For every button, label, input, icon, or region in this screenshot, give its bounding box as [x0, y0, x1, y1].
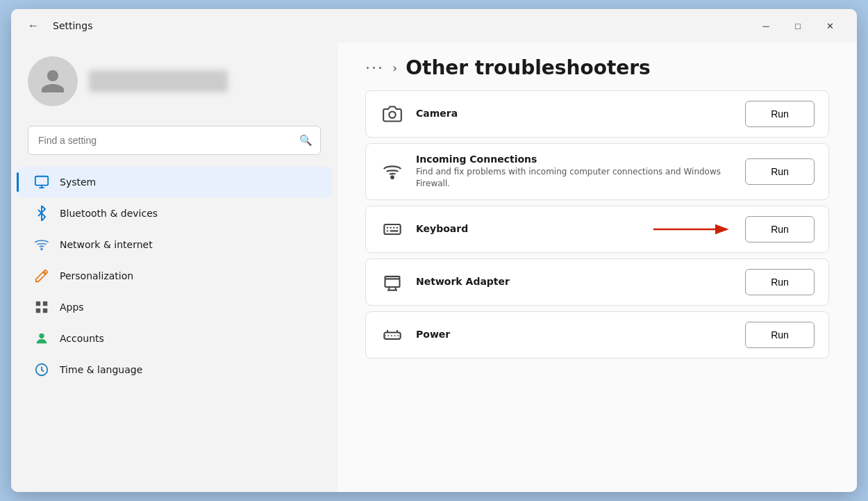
sidebar-label-personalization: Personalization	[60, 270, 133, 281]
incoming-connections-desc: Find and fix problems with incoming comp…	[416, 166, 745, 190]
svg-rect-0	[35, 176, 48, 186]
camera-icon	[380, 101, 405, 126]
power-content: Power	[416, 329, 745, 341]
window-title: Settings	[53, 20, 92, 31]
search-icon: 🔍	[299, 134, 312, 147]
keyboard-icon	[380, 217, 405, 242]
user-info-blurred	[89, 70, 228, 92]
breadcrumb-dots: ···	[365, 59, 384, 76]
sidebar: 🔍 System Bluetooth & devices	[11, 42, 337, 492]
network-adapter-icon	[380, 270, 405, 295]
svg-rect-5	[43, 302, 47, 306]
sidebar-item-time[interactable]: Time & language	[17, 354, 332, 385]
network-icon	[33, 236, 50, 253]
maximize-button[interactable]: □	[782, 15, 814, 37]
arrow-svg	[651, 221, 734, 238]
close-button[interactable]: ✕	[814, 15, 846, 37]
camera-content: Camera	[416, 108, 745, 120]
keyboard-content: Keyboard	[416, 223, 640, 236]
svg-rect-6	[36, 309, 40, 313]
incoming-connections-content: Incoming Connections Find and fix proble…	[416, 154, 745, 190]
network-adapter-title: Network Adapter	[416, 276, 745, 287]
apps-icon	[33, 299, 50, 315]
personalization-icon	[33, 268, 50, 284]
keyboard-item: Keyboard Run	[365, 206, 829, 253]
svg-rect-7	[43, 309, 47, 313]
sidebar-item-system[interactable]: System	[17, 167, 332, 197]
content-area: 🔍 System Bluetooth & devices	[11, 42, 857, 492]
camera-title: Camera	[416, 108, 745, 119]
svg-rect-22	[385, 279, 400, 287]
sidebar-label-bluetooth: Bluetooth & devices	[60, 208, 158, 219]
sidebar-label-accounts: Accounts	[60, 333, 104, 344]
main-content: ··· › Other troubleshooters Camera	[337, 42, 857, 492]
settings-window: ← Settings ─ □ ✕ 🔍	[11, 9, 857, 492]
back-button[interactable]: ←	[22, 15, 44, 37]
troubleshooters-list: Camera Run Incoming	[337, 90, 857, 492]
minimize-button[interactable]: ─	[750, 15, 782, 37]
sidebar-label-system: System	[60, 176, 96, 188]
svg-point-11	[391, 176, 394, 178]
svg-point-8	[39, 334, 44, 338]
search-box: 🔍	[28, 126, 321, 155]
titlebar-left: ← Settings	[22, 15, 92, 37]
incoming-connections-title: Incoming Connections	[416, 154, 745, 165]
user-icon	[39, 67, 67, 95]
user-section	[11, 42, 337, 120]
sidebar-item-personalization[interactable]: Personalization	[17, 261, 332, 291]
network-adapter-run-button[interactable]: Run	[745, 269, 815, 295]
svg-rect-4	[36, 302, 40, 306]
search-input[interactable]	[28, 126, 321, 155]
sidebar-item-network[interactable]: Network & internet	[17, 229, 332, 260]
sidebar-nav: System Bluetooth & devices Network & int…	[11, 166, 337, 386]
arrow-indicator	[651, 221, 734, 238]
power-icon	[380, 322, 405, 347]
incoming-connections-icon	[380, 159, 405, 184]
titlebar-controls: ─ □ ✕	[750, 15, 846, 37]
camera-run-button[interactable]: Run	[745, 101, 815, 127]
incoming-connections-run-button[interactable]: Run	[745, 158, 815, 185]
svg-point-3	[41, 249, 42, 250]
sidebar-item-apps[interactable]: Apps	[17, 292, 332, 322]
incoming-connections-item: Incoming Connections Find and fix proble…	[365, 143, 829, 200]
svg-point-10	[389, 112, 395, 118]
sidebar-label-apps: Apps	[60, 302, 84, 313]
sidebar-item-accounts[interactable]: Accounts	[17, 323, 332, 354]
camera-item: Camera Run	[365, 90, 829, 138]
power-title: Power	[416, 329, 745, 340]
sidebar-label-time: Time & language	[60, 364, 142, 375]
power-item: Power Run	[365, 311, 829, 359]
sidebar-item-bluetooth[interactable]: Bluetooth & devices	[17, 198, 332, 229]
keyboard-run-button[interactable]: Run	[745, 216, 815, 243]
page-title: Other troubleshooters	[406, 56, 651, 79]
bluetooth-icon	[33, 205, 50, 222]
accounts-icon	[33, 330, 50, 347]
svg-rect-12	[384, 224, 400, 234]
network-adapter-item: Network Adapter Run	[365, 258, 829, 306]
breadcrumb-chevron: ›	[392, 60, 397, 75]
titlebar: ← Settings ─ □ ✕	[11, 9, 857, 42]
time-icon	[33, 361, 50, 378]
keyboard-title: Keyboard	[416, 223, 640, 234]
sidebar-label-network: Network & internet	[60, 239, 153, 250]
system-icon	[33, 174, 50, 190]
main-header: ··· › Other troubleshooters	[337, 42, 857, 90]
avatar	[28, 56, 78, 106]
power-run-button[interactable]: Run	[745, 322, 815, 348]
network-adapter-content: Network Adapter	[416, 276, 745, 288]
